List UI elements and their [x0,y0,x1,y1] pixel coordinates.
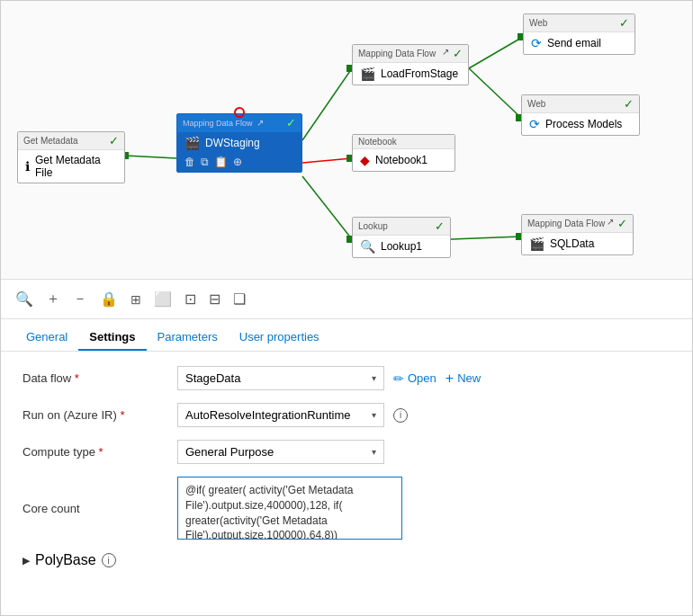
expand-icon[interactable]: ▶ [22,555,30,567]
settings-panel: Data flow * StageData ▾ ✏ Open + New [1,352,692,615]
compute-type-dropdown[interactable]: General Purpose ▾ [177,440,384,464]
node-sql-data[interactable]: Mapping Data Flow ↗ ✓ 🎬 SQLData [521,214,634,255]
new-link[interactable]: + New [446,370,481,387]
paste-btn[interactable]: 📋 [214,156,228,168]
core-count-row: Core count @if( greater( activity('Get M… [22,477,670,540]
plus-icon: + [446,370,454,387]
core-count-input[interactable]: @if( greater( activity('Get Metadata Fil… [177,477,402,540]
add-btn[interactable]: ⊕ [233,156,242,168]
node-get-metadata[interactable]: Get Metadata ✓ ℹ Get Metadata File [17,131,125,183]
node-notebook1[interactable]: Notebook ◆ Notebook1 [352,134,455,172]
pencil-icon: ✏ [393,371,404,386]
run-on-label: Run on (Azure IR) * [22,408,166,422]
tab-settings[interactable]: Settings [78,323,146,351]
dropdown-arrow-icon: ▾ [372,410,376,420]
dropdown-arrow-icon: ▾ [372,373,376,383]
svg-line-4 [302,158,352,163]
web-icon: ⟳ [529,117,540,131]
cursor-icon[interactable]: ⊡ [184,290,196,308]
svg-line-12 [451,237,521,239]
svg-line-6 [302,176,352,239]
polybase-info-icon[interactable]: i [102,553,116,567]
polybase-label: PolyBase [35,552,96,568]
svg-line-8 [469,37,523,68]
dropdown-arrow-icon: ▾ [372,447,376,457]
core-count-label: Core count [22,502,166,515]
canvas-area: Get Metadata ✓ ℹ Get Metadata File Mappi… [1,1,692,280]
data-flow-row: Data flow * StageData ▾ ✏ Open + New [22,366,670,390]
lookup-icon: 🔍 [360,239,375,254]
fitpage-icon[interactable]: ⊞ [130,292,141,307]
add-icon[interactable]: ＋ [46,290,60,308]
run-on-dropdown[interactable]: AutoResolveIntegrationRuntime ▾ [177,403,384,427]
info-icon[interactable]: i [393,408,408,423]
web-icon: ⟳ [531,36,542,50]
node-dw-staging[interactable]: Mapping Data Flow ↗ ✓ 🎬 DWStaging 🗑 ⧉ 📋 … [176,113,302,173]
copy-btn[interactable]: ⧉ [201,156,209,168]
frame-icon[interactable]: ⬜ [154,290,172,308]
layers-icon[interactable]: ❑ [233,290,246,308]
run-on-row: Run on (Azure IR) * AutoResolveIntegrati… [22,403,670,427]
main-container: Get Metadata ✓ ℹ Get Metadata File Mappi… [0,0,693,616]
mapping-icon: 🎬 [529,237,544,251]
tab-parameters[interactable]: Parameters [147,323,229,351]
svg-line-2 [302,68,352,140]
data-flow-dropdown[interactable]: StageData ▾ [177,366,384,390]
compute-type-row: Compute type * General Purpose ▾ [22,440,670,464]
svg-line-10 [469,68,521,118]
minus-icon[interactable]: － [73,290,87,308]
search-icon[interactable]: 🔍 [15,290,33,308]
lock-icon[interactable]: 🔒 [100,290,118,308]
notebook-icon: ◆ [360,153,370,167]
info-icon: ℹ [25,159,30,174]
node-send-email[interactable]: Web ✓ ⟳ Send email [523,13,635,55]
delete-btn[interactable]: 🗑 [184,156,195,168]
mapping-icon: 🎬 [360,67,375,81]
node-process-models[interactable]: Web ✓ ⟳ Process Models [521,94,640,136]
node-load-from-stage[interactable]: Mapping Data Flow ↗ ✓ 🎬 LoadFromStage [352,44,469,85]
tabs-bar: General Settings Parameters User propert… [1,319,692,352]
svg-line-0 [125,156,176,158]
mapping-icon: 🎬 [184,136,200,150]
toolbar: 🔍 ＋ － 🔒 ⊞ ⬜ ⊡ ⊟ ❑ [1,280,692,319]
tab-user-properties[interactable]: User properties [229,323,330,351]
node-lookup1[interactable]: Lookup ✓ 🔍 Lookup1 [352,217,451,258]
compute-type-label: Compute type * [22,445,166,459]
grid-icon[interactable]: ⊟ [209,290,220,308]
tab-general[interactable]: General [15,323,78,351]
polybase-row: ▶ PolyBase i [22,552,670,568]
data-flow-label: Data flow * [22,371,166,385]
open-link[interactable]: ✏ Open [393,371,436,386]
